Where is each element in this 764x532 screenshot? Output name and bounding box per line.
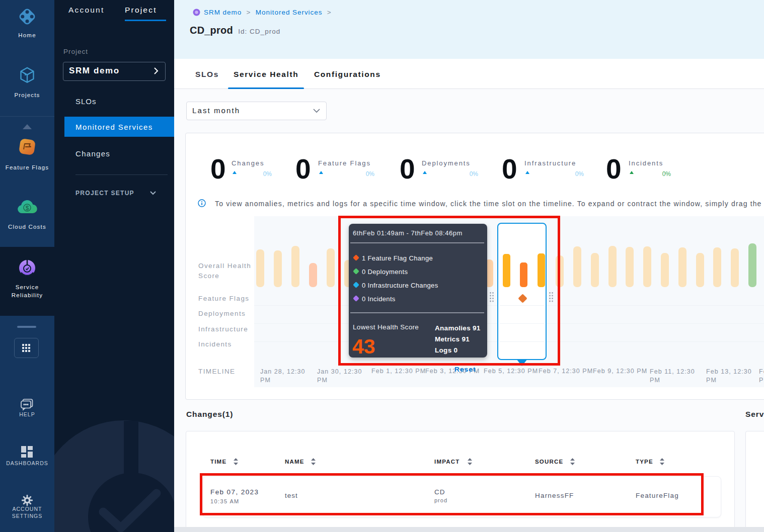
svg-text:$: $ bbox=[26, 205, 29, 212]
